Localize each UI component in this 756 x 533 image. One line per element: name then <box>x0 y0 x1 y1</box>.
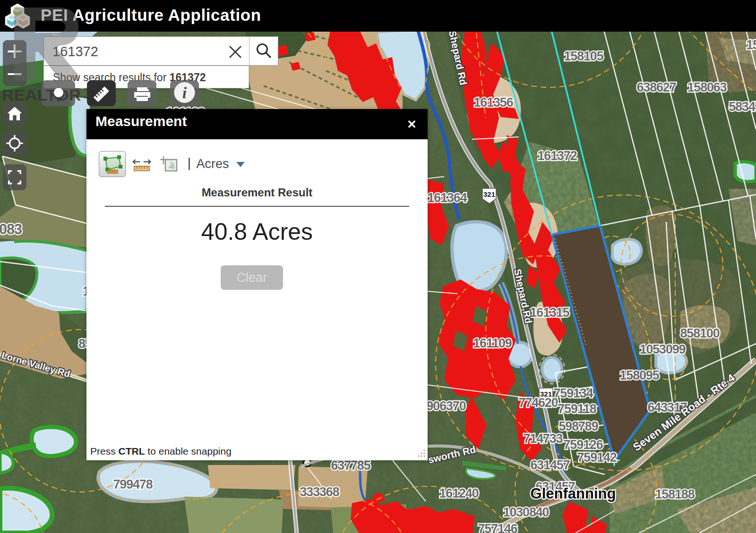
svg-text:158: 158 <box>746 38 756 52</box>
svg-text:58347: 58347 <box>729 100 756 114</box>
svg-text:757146: 757146 <box>478 522 518 533</box>
svg-text:714733: 714733 <box>524 431 563 446</box>
svg-text:906370: 906370 <box>427 399 466 413</box>
svg-text:321: 321 <box>483 190 495 198</box>
svg-text:759134: 759134 <box>554 386 593 400</box>
svg-text:161109: 161109 <box>473 336 512 350</box>
svg-text:774620: 774620 <box>519 396 558 410</box>
svg-text:631457: 631457 <box>531 458 570 472</box>
svg-text:Glenfanning: Glenfanning <box>531 485 616 502</box>
svg-text:759126: 759126 <box>564 438 603 452</box>
svg-text:158095: 158095 <box>620 368 660 382</box>
svg-text:161364: 161364 <box>428 191 467 205</box>
svg-text:598789: 598789 <box>559 419 599 433</box>
svg-text:1030840: 1030840 <box>503 505 549 519</box>
svg-text:858100: 858100 <box>680 326 720 340</box>
svg-text:161356: 161356 <box>474 95 514 110</box>
svg-text:333368: 333368 <box>300 485 340 499</box>
svg-text:637785: 637785 <box>331 458 371 473</box>
svg-text:161240: 161240 <box>439 486 479 500</box>
svg-text:161372: 161372 <box>538 149 577 163</box>
svg-text:158105: 158105 <box>564 49 604 63</box>
svg-text:1053099: 1053099 <box>640 342 686 356</box>
svg-text:799478: 799478 <box>113 477 153 491</box>
svg-text:158063: 158063 <box>687 80 727 94</box>
svg-text:759118: 759118 <box>558 402 597 416</box>
svg-text:638627: 638627 <box>637 80 676 94</box>
svg-text:083: 083 <box>0 221 22 237</box>
svg-text:i: i <box>182 84 187 102</box>
svg-text:759142: 759142 <box>577 450 617 465</box>
svg-text:161315: 161315 <box>530 305 570 320</box>
svg-text:158188: 158188 <box>655 487 695 501</box>
